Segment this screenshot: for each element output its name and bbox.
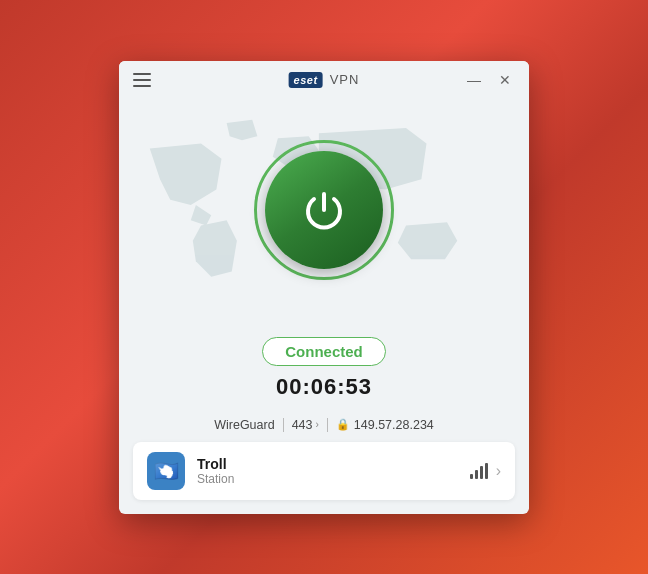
menu-button[interactable] (133, 73, 151, 87)
eset-logo: eset (289, 72, 323, 88)
signal-bar-1 (470, 474, 473, 479)
server-sub: Station (197, 472, 470, 486)
ip-info: 🔒 149.57.28.234 (336, 418, 434, 432)
status-badge: Connected (262, 337, 386, 366)
server-card[interactable]: 🇦🇶 Troll Station › (133, 442, 515, 500)
status-area: Connected 00:06:53 (119, 325, 529, 410)
power-button[interactable] (265, 151, 383, 269)
power-ring (254, 140, 394, 280)
server-flag: 🇦🇶 (147, 452, 185, 490)
server-info: Troll Station (197, 456, 470, 486)
protocol-label: WireGuard (214, 418, 274, 432)
timer: 00:06:53 (276, 374, 372, 400)
minimize-button[interactable]: — (463, 71, 485, 89)
power-button-wrapper (254, 140, 394, 280)
lock-icon: 🔒 (336, 418, 350, 431)
signal-bar-4 (485, 463, 488, 479)
signal-bar-3 (480, 466, 483, 479)
server-chevron-icon: › (496, 462, 501, 480)
close-button[interactable]: ✕ (495, 71, 515, 89)
vpn-label: VPN (330, 72, 360, 87)
power-icon (298, 184, 350, 236)
port-chevron-icon: › (316, 419, 319, 430)
main-content: Connected 00:06:53 WireGuard 443 › 🔒 149… (119, 95, 529, 500)
divider (283, 418, 284, 432)
eset-logo-text: eset (294, 74, 318, 86)
port-value: 443 (292, 418, 313, 432)
titlebar-left (133, 73, 151, 87)
titlebar-center: eset VPN (289, 72, 360, 88)
ip-address: 149.57.28.234 (354, 418, 434, 432)
info-row: WireGuard 443 › 🔒 149.57.28.234 (119, 410, 529, 442)
port-info[interactable]: 443 › (292, 418, 319, 432)
divider2 (327, 418, 328, 432)
flag-icon: 🇦🇶 (154, 459, 179, 483)
map-area (119, 95, 529, 325)
app-window: eset VPN — ✕ (119, 61, 529, 514)
titlebar: eset VPN — ✕ (119, 61, 529, 95)
signal-bar-2 (475, 470, 478, 479)
signal-icon (470, 463, 488, 479)
server-actions: › (470, 462, 501, 480)
titlebar-right: — ✕ (463, 71, 515, 89)
server-name: Troll (197, 456, 470, 472)
